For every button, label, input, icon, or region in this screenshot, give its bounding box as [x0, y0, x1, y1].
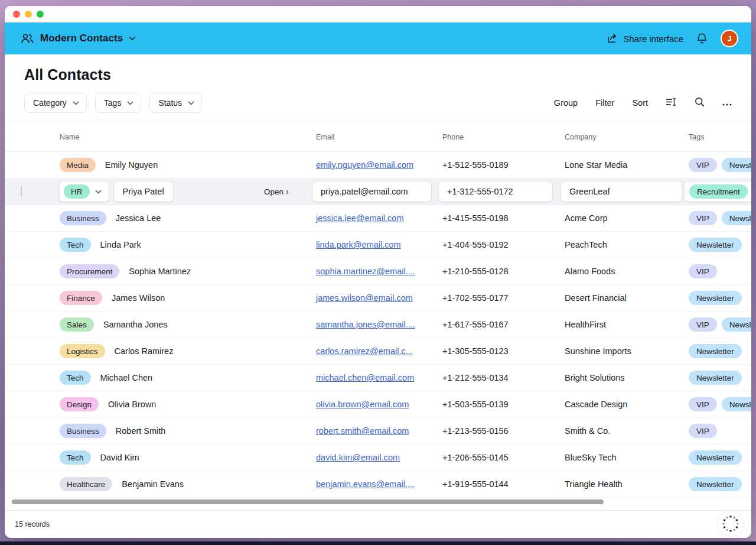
row-checkbox[interactable] [21, 186, 22, 197]
table-row[interactable]: Logistics Carlos Ramirez carlos.ramirez@… [5, 338, 751, 365]
people-icon [20, 33, 34, 44]
chevron-down-icon [127, 101, 133, 105]
table-row[interactable]: Tech David Kim david.kim@email.com +1-20… [5, 445, 751, 471]
contact-name: Emily Nguyen [105, 160, 158, 170]
tag-pill: Newsletter [722, 158, 751, 172]
column-header-email[interactable]: Email [311, 133, 438, 141]
app-title-chevron-down-icon[interactable] [129, 36, 136, 41]
open-label: Open [264, 187, 284, 196]
table-row[interactable]: Media Emily Nguyen emily.nguyen@email.co… [5, 152, 751, 179]
phone-value: +1-919-555-0144 [438, 479, 560, 489]
horizontal-scrollbar[interactable] [12, 499, 604, 504]
name-field[interactable]: Priya Patel [113, 181, 174, 202]
email-link[interactable]: sophia.martinez@email.... [316, 267, 415, 276]
table-row[interactable]: Business Robert Smith robert.smith@email… [5, 418, 751, 445]
tag-pill: Newsletter [722, 317, 751, 332]
tag-pill: Newsletter [689, 371, 742, 385]
phone-value: +1-415-555-0198 [438, 213, 560, 223]
desktop-edge [0, 541, 756, 545]
share-icon [607, 33, 618, 44]
table-row[interactable]: Finance James Wilson james.wilson@email.… [5, 285, 751, 312]
contact-name: Sophia Martinez [129, 267, 191, 276]
tags-cell: Newsletter [684, 450, 751, 465]
row-height-icon[interactable] [666, 98, 677, 108]
tag-pill: VIP [689, 211, 717, 225]
company-value: PeachTech [560, 240, 684, 249]
tags-cell: VIP [684, 264, 751, 278]
table-row[interactable]: Healthcare Benjamin Evans benjamin.evans… [5, 471, 751, 498]
table-row[interactable]: Sales Samantha Jones samantha.jones@emai… [5, 312, 751, 338]
email-link[interactable]: carlos.ramirez@email.c... [316, 346, 413, 356]
email-link[interactable]: james.wilson@email.com [316, 293, 413, 303]
sort-button[interactable]: Sort [632, 98, 648, 108]
selected-table-row[interactable]: HR Priya Patel Open› priya.patel@email.c… [5, 179, 751, 205]
chevron-right-icon: › [286, 187, 289, 196]
table-row[interactable]: Procurement Sophia Martinez sophia.marti… [5, 258, 751, 285]
contact-name: James Wilson [112, 293, 165, 303]
chevron-down-icon [73, 101, 79, 105]
search-icon[interactable] [695, 97, 705, 109]
contact-name: Michael Chen [100, 373, 153, 382]
table-row[interactable]: Tech Michael Chen michael.chen@email.com… [5, 365, 751, 391]
column-header-company[interactable]: Company [560, 133, 684, 141]
user-avatar[interactable]: J [721, 30, 738, 47]
company-value: Triangle Health [560, 479, 684, 489]
phone-field[interactable]: +1-312-555-0172 [438, 181, 553, 202]
tag-pill: Newsletter [689, 477, 742, 491]
email-link[interactable]: samantha.jones@email.... [316, 320, 415, 329]
email-link[interactable]: linda.park@email.com [316, 240, 401, 249]
phone-value: +1-404-555-0192 [438, 240, 560, 249]
table-body: Media Emily Nguyen emily.nguyen@email.co… [5, 152, 751, 498]
phone-value: +1-212-555-0134 [438, 373, 560, 382]
email-link[interactable]: robert.smith@email.com [316, 426, 409, 436]
filter-pill-category[interactable]: Category [24, 93, 87, 113]
category-badge: Procurement [60, 264, 119, 278]
notifications-bell-icon[interactable] [696, 33, 708, 45]
company-value: Alamo Foods [560, 267, 684, 276]
table-row[interactable]: Design Olivia Brown olivia.brown@email.c… [5, 391, 751, 418]
phone-value: +1-305-555-0123 [438, 346, 560, 356]
company-value: Smith & Co. [560, 426, 684, 436]
column-header-name[interactable]: Name [55, 133, 311, 141]
group-button[interactable]: Group [554, 98, 578, 108]
category-badge: Business [60, 211, 106, 225]
share-interface-button[interactable]: Share interface [607, 33, 683, 44]
column-header-tags[interactable]: Tags [684, 133, 751, 141]
contact-name: Jessica Lee [116, 213, 161, 223]
email-link[interactable]: olivia.brown@email.com [316, 400, 409, 409]
category-badge: Logistics [60, 344, 105, 358]
open-record-button[interactable]: Open› [264, 187, 289, 196]
tags-cell: VIPNewsletter [684, 158, 751, 172]
email-link[interactable]: david.kim@email.com [316, 453, 400, 462]
tags-cell: Newsletter [684, 371, 751, 385]
category-badge: HR [64, 184, 90, 199]
tags-cell: VIPNewsletter [684, 317, 751, 332]
tag-pill: Newsletter [722, 211, 751, 225]
company-value: Bright Solutions [560, 373, 684, 382]
tag-pill: Recruitment [689, 184, 748, 199]
page-title: All Contacts [24, 66, 751, 83]
table-row[interactable]: Business Jessica Lee jessica.lee@email.c… [5, 205, 751, 232]
filter-pill-status[interactable]: Status [149, 93, 202, 113]
email-link[interactable]: michael.chen@email.com [316, 373, 414, 382]
more-options-icon[interactable] [722, 98, 732, 108]
category-badge: Business [60, 424, 106, 438]
column-header-phone[interactable]: Phone [438, 133, 560, 141]
tag-pill: VIP [689, 397, 717, 411]
category-badge: Finance [60, 291, 102, 305]
close-window-button[interactable] [13, 11, 20, 18]
zoom-window-button[interactable] [37, 11, 44, 18]
category-field[interactable]: HR [59, 181, 109, 202]
company-field[interactable]: GreenLeaf [561, 181, 682, 202]
tags-cell: VIPNewsletter [684, 397, 751, 411]
filter-button[interactable]: Filter [595, 98, 614, 108]
email-link[interactable]: emily.nguyen@email.com [316, 160, 413, 170]
email-link[interactable]: jessica.lee@email.com [316, 213, 404, 223]
phone-value: +1-210-555-0128 [438, 267, 560, 276]
filter-pill-tags[interactable]: Tags [95, 93, 142, 113]
email-link[interactable]: benjamin.evans@email.... [316, 479, 415, 489]
minimize-window-button[interactable] [25, 11, 32, 18]
tags-field[interactable]: Recruitment [684, 181, 751, 202]
table-row[interactable]: Tech Linda Park linda.park@email.com +1-… [5, 232, 751, 258]
email-field[interactable]: priya.patel@email.com [312, 181, 432, 202]
